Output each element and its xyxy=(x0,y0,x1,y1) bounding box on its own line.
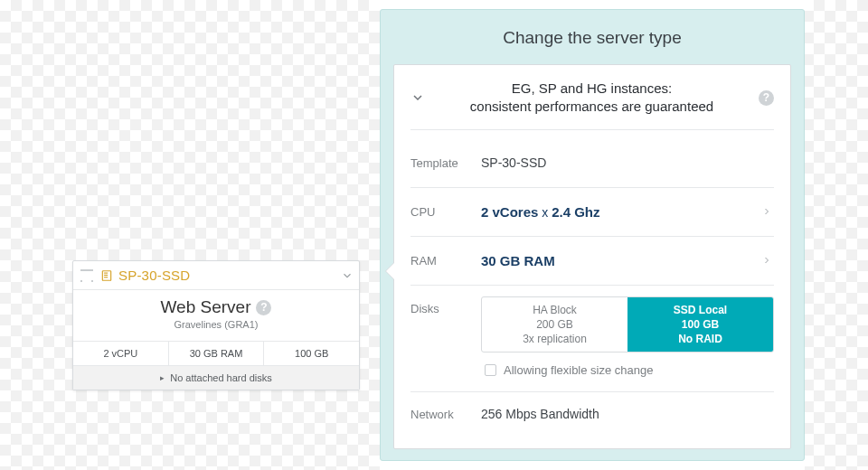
row-label: Template xyxy=(410,156,481,170)
drag-handle-icon[interactable] xyxy=(80,269,93,282)
server-name: Web Server xyxy=(161,297,251,317)
speech-pointer-icon xyxy=(385,262,394,280)
server-card: SP-30-SSD Web Server ? Gravelines (GRA1)… xyxy=(72,260,360,390)
chevron-right-icon xyxy=(760,255,774,266)
row-label: RAM xyxy=(410,254,481,268)
row-ram[interactable]: RAM 30 GB RAM xyxy=(410,237,774,286)
panel-body: EG, SP and HG instances: consistent perf… xyxy=(393,64,791,449)
caret-right-icon: ▸ xyxy=(160,373,165,382)
disk-toggle-group: HA Block 200 GB 3x replication SSD Local… xyxy=(481,296,774,353)
disk-option-ha-block[interactable]: HA Block 200 GB 3x replication xyxy=(482,297,627,352)
opt-line: HA Block xyxy=(482,303,627,317)
expander-title: EG, SP and HG instances: consistent perf… xyxy=(436,80,748,117)
disk-option-ssd-local[interactable]: SSD Local 100 GB No RAID xyxy=(627,297,773,352)
row-disks: Disks HA Block 200 GB 3x replication SSD… xyxy=(410,286,774,393)
footer-text: No attached hard disks xyxy=(170,372,272,383)
expander-header[interactable]: EG, SP and HG instances: consistent perf… xyxy=(410,80,774,130)
server-location: Gravelines (GRA1) xyxy=(73,319,359,330)
spec-disk: 100 GB xyxy=(263,342,359,365)
help-icon[interactable]: ? xyxy=(759,90,774,106)
server-icon xyxy=(100,269,113,282)
checkbox-icon xyxy=(485,364,496,376)
opt-line: 100 GB xyxy=(627,317,773,332)
checkbox-label: Allowing flexible size change xyxy=(504,363,653,377)
chevron-down-icon[interactable] xyxy=(341,269,354,282)
opt-line: No RAID xyxy=(627,332,773,346)
server-specs: 2 vCPU 30 GB RAM 100 GB xyxy=(73,341,359,365)
template-value: SP-30-SSD xyxy=(481,155,774,170)
row-label: Disks xyxy=(410,296,481,315)
opt-line: 200 GB xyxy=(482,317,627,332)
spec-cpu: 2 vCPU xyxy=(73,342,168,365)
opt-line: SSD Local xyxy=(627,303,773,317)
row-template: Template SP-30-SSD xyxy=(410,139,774,188)
opt-line: 3x replication xyxy=(482,332,627,346)
cpu-value: 2 vCores x 2.4 Ghz xyxy=(481,204,760,220)
server-template-name: SP-30-SSD xyxy=(118,268,190,283)
spec-ram: 30 GB RAM xyxy=(168,342,264,365)
row-label: Network xyxy=(410,408,481,421)
row-network: Network 256 Mbps Bandwidth xyxy=(410,392,774,436)
cpu-cores: 2 vCores xyxy=(481,204,538,220)
panel-title: Change the server type xyxy=(393,10,791,64)
ram-value: 30 GB RAM xyxy=(481,253,760,268)
cpu-sep: x xyxy=(538,205,552,220)
network-value: 256 Mbps Bandwidth xyxy=(481,407,774,421)
server-card-footer[interactable]: ▸ No attached hard disks xyxy=(73,365,359,390)
flexible-size-checkbox[interactable]: Allowing flexible size change xyxy=(485,363,774,377)
server-card-header[interactable]: SP-30-SSD xyxy=(73,261,359,290)
server-card-body: Web Server ? Gravelines (GRA1) xyxy=(73,290,359,334)
row-label: CPU xyxy=(410,205,481,219)
cpu-freq: 2.4 Ghz xyxy=(552,204,599,220)
chevron-down-icon xyxy=(410,90,425,105)
row-cpu[interactable]: CPU 2 vCores x 2.4 Ghz xyxy=(410,188,774,237)
change-server-type-panel: Change the server type EG, SP and HG ins… xyxy=(380,9,805,461)
chevron-right-icon xyxy=(760,206,774,217)
help-icon[interactable]: ? xyxy=(256,300,271,315)
